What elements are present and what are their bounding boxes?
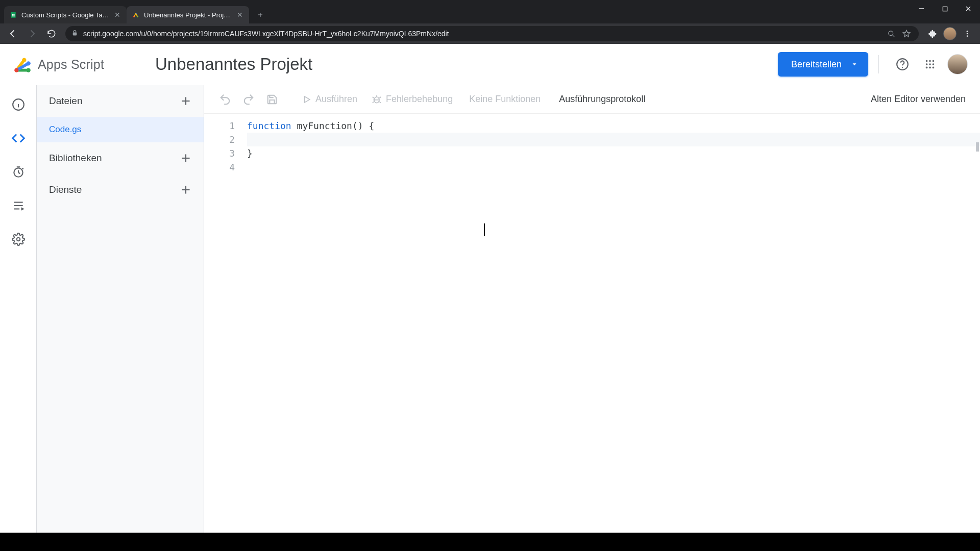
- use-old-editor-button[interactable]: Alten Editor verwenden: [871, 94, 969, 105]
- line-number: 1: [204, 119, 235, 133]
- code-token: function: [247, 120, 291, 131]
- chrome-profile-avatar[interactable]: [943, 27, 957, 40]
- svg-line-47: [22, 168, 23, 169]
- extensions-icon[interactable]: [924, 25, 941, 42]
- code-token: myFunction(): [291, 120, 369, 131]
- svg-point-30: [902, 67, 903, 68]
- tab-title: Custom Scripts - Google Tabellen: [21, 11, 109, 19]
- svg-line-64: [373, 102, 374, 103]
- url-text: script.google.com/u/0/home/projects/19Ir…: [83, 30, 449, 38]
- minimap[interactable]: [973, 114, 980, 533]
- chevron-down-icon: [851, 61, 858, 68]
- svg-line-63: [379, 97, 381, 98]
- svg-rect-11: [943, 7, 947, 11]
- account-avatar[interactable]: [947, 54, 968, 74]
- add-library-button[interactable]: [177, 149, 194, 167]
- zoom-icon[interactable]: [885, 28, 897, 40]
- files-section-header: Dateien: [37, 85, 204, 117]
- debug-button[interactable]: Fehlerbehebung: [366, 94, 458, 105]
- brand-name: Apps Script: [38, 57, 104, 72]
- svg-line-16: [892, 35, 894, 37]
- file-name: Code.gs: [49, 124, 81, 135]
- back-button[interactable]: [4, 25, 21, 42]
- close-window-button[interactable]: [957, 0, 980, 17]
- editor-area: Ausführen Fehlerbehebung Keine Funktione…: [204, 85, 980, 533]
- redo-button[interactable]: [239, 90, 258, 109]
- letterbox: [0, 533, 980, 551]
- close-tab-icon[interactable]: ✕: [113, 11, 121, 19]
- svg-point-20: [967, 35, 968, 37]
- libraries-section-header: Bibliotheken: [37, 142, 204, 174]
- svg-point-33: [933, 60, 935, 62]
- svg-point-26: [22, 58, 26, 62]
- minimize-button[interactable]: [910, 0, 933, 17]
- address-bar[interactable]: script.google.com/u/0/home/projects/19Ir…: [65, 26, 919, 41]
- project-title[interactable]: Unbenanntes Projekt: [155, 55, 312, 74]
- text-cursor-icon: [484, 223, 485, 236]
- app-header: Apps Script Unbenanntes Projekt Bereitst…: [0, 44, 980, 85]
- files-sidebar: Dateien Code.gs Bibliotheken Dienste: [37, 85, 204, 533]
- line-number: 3: [204, 146, 235, 160]
- file-item-code-gs[interactable]: Code.gs: [37, 117, 204, 142]
- svg-marker-28: [853, 63, 856, 65]
- svg-rect-14: [73, 32, 77, 35]
- rail-executions-icon[interactable]: [8, 195, 29, 216]
- code-editor[interactable]: 1 2 3 4 function myFunction() { }: [204, 113, 980, 533]
- deploy-label: Bereitstellen: [791, 59, 842, 70]
- line-number: 2: [204, 133, 235, 146]
- rail-triggers-icon[interactable]: [8, 162, 29, 182]
- svg-point-24: [14, 68, 18, 72]
- svg-point-35: [929, 63, 931, 65]
- run-button[interactable]: Ausführen: [297, 94, 362, 105]
- browser-tab-1[interactable]: Custom Scripts - Google Tabellen ✕: [4, 6, 127, 23]
- svg-point-37: [926, 67, 928, 69]
- apps-grid-icon[interactable]: [919, 53, 941, 76]
- svg-point-52: [16, 238, 20, 241]
- add-service-button[interactable]: [177, 181, 194, 198]
- reload-button[interactable]: [43, 25, 60, 42]
- rail-overview-icon[interactable]: [8, 94, 29, 115]
- help-icon[interactable]: [891, 53, 914, 76]
- browser-tabbar: Custom Scripts - Google Tabellen ✕ Unben…: [0, 0, 980, 23]
- bookmark-star-icon[interactable]: [900, 28, 913, 40]
- undo-button[interactable]: [215, 90, 235, 109]
- svg-line-65: [379, 102, 381, 103]
- chrome-menu-icon[interactable]: [959, 25, 976, 42]
- line-number: 4: [204, 160, 235, 174]
- debug-label: Fehlerbehebung: [386, 94, 453, 105]
- new-tab-button[interactable]: [253, 8, 267, 22]
- divider: [878, 55, 879, 73]
- svg-point-27: [27, 61, 31, 65]
- rail-editor-icon[interactable]: [8, 128, 29, 148]
- left-rail: [0, 85, 37, 533]
- line-gutter: 1 2 3 4: [204, 114, 244, 533]
- libraries-label: Bibliotheken: [49, 153, 102, 164]
- function-selector[interactable]: Keine Funktionen: [462, 94, 548, 105]
- svg-marker-51: [21, 207, 24, 211]
- maximize-button[interactable]: [933, 0, 957, 17]
- browser-toolbar: script.google.com/u/0/home/projects/19Ir…: [0, 23, 980, 44]
- execution-log-button[interactable]: Ausführungsprotokoll: [552, 94, 652, 105]
- apps-script-logo-icon: [12, 54, 33, 74]
- browser-tab-2[interactable]: Unbenanntes Projekt - Projekt-E ✕: [127, 6, 249, 23]
- forward-button[interactable]: [23, 25, 41, 42]
- code-content[interactable]: function myFunction() { }: [244, 114, 980, 533]
- services-label: Dienste: [49, 184, 82, 195]
- save-button[interactable]: [262, 90, 282, 109]
- services-section-header: Dienste: [37, 174, 204, 206]
- close-tab-icon[interactable]: ✕: [236, 11, 244, 19]
- code-token: }: [247, 148, 253, 159]
- tab-title: Unbenanntes Projekt - Projekt-E: [144, 11, 232, 19]
- svg-point-38: [929, 67, 931, 69]
- editor-toolbar: Ausführen Fehlerbehebung Keine Funktione…: [204, 85, 980, 113]
- add-file-button[interactable]: [177, 92, 194, 110]
- svg-line-45: [18, 172, 20, 173]
- lock-icon: [71, 30, 78, 38]
- svg-line-62: [373, 97, 374, 98]
- svg-point-25: [27, 68, 31, 72]
- apps-script-favicon-icon: [132, 11, 140, 19]
- run-label: Ausführen: [315, 94, 357, 105]
- svg-point-18: [967, 31, 968, 32]
- deploy-button[interactable]: Bereitstellen: [778, 52, 868, 77]
- rail-settings-icon[interactable]: [8, 229, 29, 249]
